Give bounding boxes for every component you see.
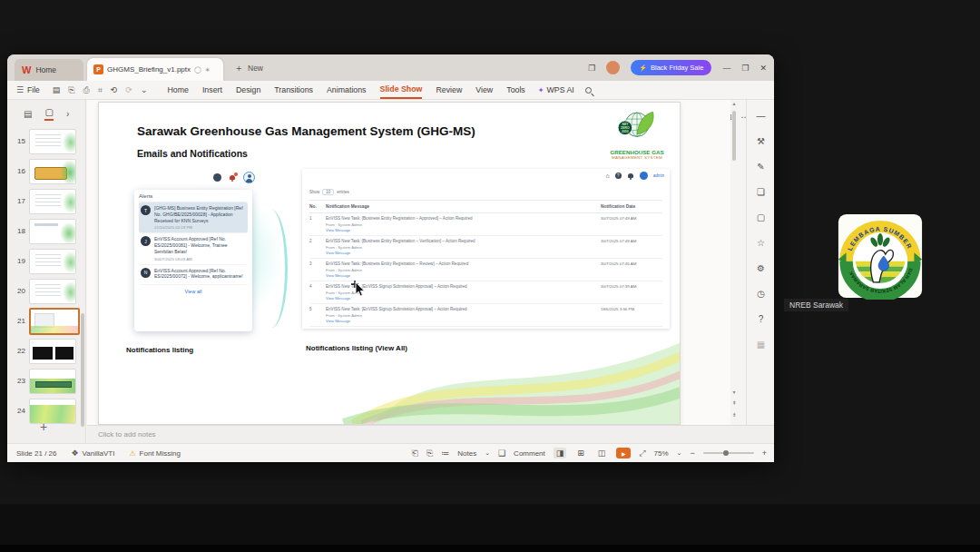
- zoom-in-icon[interactable]: +: [762, 448, 767, 458]
- slideshow-play-button[interactable]: ▶: [616, 448, 631, 458]
- edit-style-icon[interactable]: ✎: [747, 162, 775, 172]
- tools-icon[interactable]: ⚒: [747, 136, 775, 146]
- notes-icon[interactable]: ≔: [441, 448, 449, 458]
- help-rail-icon[interactable]: ?: [747, 314, 775, 324]
- comment-icon[interactable]: ❑: [498, 448, 505, 458]
- canvas-scrollbar[interactable]: ▴ ▾ ⇞ ⇟: [730, 100, 738, 425]
- file-menu[interactable]: ☰ File: [16, 85, 40, 94]
- previous-slide-icon[interactable]: ⇞: [730, 399, 738, 406]
- alerts-list: T [GHG-MS] Business Entity Registration …: [139, 202, 248, 285]
- slide-21[interactable]: Sarawak Greenhouse Gas Management System…: [98, 102, 681, 425]
- ribbon-tab[interactable]: Animations: [327, 81, 367, 99]
- add-slide-button[interactable]: +: [40, 419, 47, 434]
- slide-thumbnail[interactable]: [29, 189, 76, 214]
- doc-modified-icon[interactable]: ∗: [205, 66, 211, 74]
- slide-thumbnail[interactable]: [29, 399, 76, 424]
- export-icon[interactable]: ⎘: [68, 85, 74, 95]
- user-avatar[interactable]: [606, 61, 620, 74]
- reading-view-icon[interactable]: ◫: [595, 448, 609, 458]
- slide-thumbnail[interactable]: [29, 249, 76, 274]
- scroll-down-icon[interactable]: ▾: [730, 389, 738, 395]
- zoom-level[interactable]: 75%: [654, 449, 669, 458]
- ribbon-tab[interactable]: Review: [436, 81, 462, 99]
- comment-panel-icon[interactable]: ▢: [747, 212, 775, 222]
- apps-grid-icon[interactable]: ▦: [747, 340, 775, 350]
- slide-thumbnail-row[interactable]: 21: [7, 306, 85, 336]
- notes-toggle[interactable]: Notes: [457, 449, 476, 458]
- zoom-chevron-icon[interactable]: ⌄: [677, 449, 682, 457]
- slide-thumbnail[interactable]: [29, 308, 80, 335]
- slide-thumbnail-row[interactable]: 16: [7, 156, 85, 186]
- doc-sync-icon[interactable]: ◯: [194, 66, 201, 74]
- slide-thumbnail[interactable]: [29, 219, 76, 244]
- slide-thumbnail[interactable]: [29, 369, 76, 394]
- redo-icon[interactable]: ⟳: [125, 85, 132, 94]
- font-missing-label: Font Missing: [140, 449, 181, 458]
- print-icon[interactable]: ⎙: [83, 85, 90, 95]
- zoom-slider[interactable]: [703, 452, 754, 454]
- task-window-icon[interactable]: ⎗: [412, 448, 418, 458]
- promo-label: Black Friday Sale: [651, 64, 703, 72]
- ribbon-tab[interactable]: Transitions: [274, 81, 313, 99]
- ribbon-tab[interactable]: View: [475, 81, 493, 99]
- search-icon[interactable]: [585, 87, 592, 94]
- minimize-button[interactable]: —: [722, 64, 730, 73]
- save-icon[interactable]: ▤: [53, 85, 61, 94]
- qat-more-icon[interactable]: ⌄: [141, 85, 148, 94]
- new-tab-button[interactable]: ＋ New: [234, 62, 263, 74]
- alert-timestamp: 21/10/2025 02:19 PM: [154, 225, 246, 230]
- alerts-header: Alerts: [139, 193, 248, 202]
- theme-indicator[interactable]: ❖ VanillaVTI: [71, 448, 114, 458]
- slide-thumbnail-row[interactable]: 19: [7, 246, 85, 276]
- ribbon-tab[interactable]: Tools: [506, 81, 525, 99]
- slide-view-icon[interactable]: ▢: [44, 107, 53, 121]
- slide-thumbnail-row[interactable]: 20: [7, 276, 85, 306]
- tab-list-icon[interactable]: ❐: [588, 64, 595, 73]
- ribbon-tab[interactable]: Home: [167, 81, 188, 99]
- fullscreen-icon[interactable]: ⤢: [639, 448, 645, 458]
- notification-date: 30/7/2025 07:49 AM: [601, 216, 662, 232]
- slide-thumbnail[interactable]: [29, 279, 76, 304]
- preview-icon[interactable]: ⌗: [98, 85, 103, 95]
- document-tab[interactable]: P GHGMS_Briefing_v1.pptx ◯ ∗: [87, 58, 223, 81]
- next-slide-icon[interactable]: ⇟: [730, 411, 738, 418]
- ribbon-tab[interactable]: Design: [236, 81, 260, 99]
- slide-thumbnail[interactable]: [29, 129, 76, 154]
- scroll-up-icon[interactable]: ▴: [730, 100, 738, 106]
- ribbon-tab[interactable]: Slide Show: [380, 81, 423, 99]
- notes-input[interactable]: Click to add notes: [87, 425, 774, 443]
- font-missing-warning[interactable]: ⚠ Font Missing: [129, 449, 181, 458]
- slide-thumbnail-row[interactable]: 18: [7, 216, 85, 246]
- export-pane-icon[interactable]: ⎘: [426, 448, 433, 458]
- zoom-out-icon[interactable]: −: [690, 448, 694, 458]
- undo-icon[interactable]: ⟲: [111, 85, 118, 94]
- outline-view-icon[interactable]: ▤: [24, 109, 32, 119]
- wps-ai-button[interactable]: ✦ WPS AI: [538, 85, 574, 94]
- history-icon[interactable]: ◷: [747, 289, 775, 299]
- zoom-slider-handle[interactable]: [723, 450, 729, 456]
- slide-thumbnail-row[interactable]: 23: [7, 366, 85, 396]
- slide-thumbnail-row[interactable]: 15: [7, 126, 85, 156]
- panel-expand-icon[interactable]: ›: [66, 109, 69, 119]
- slide-thumbnail-row[interactable]: 17: [7, 186, 85, 216]
- close-button[interactable]: ✕: [760, 64, 767, 73]
- slide-number: 22: [7, 347, 29, 355]
- thumbnail-scrollbar[interactable]: [81, 313, 84, 427]
- lightning-icon: ⚡: [639, 64, 647, 72]
- slide-thumbnail-row[interactable]: 22: [7, 336, 85, 366]
- normal-view-icon[interactable]: ◨: [554, 448, 567, 458]
- slide-sorter-icon[interactable]: ⊞: [574, 448, 587, 458]
- collapse-rail-icon[interactable]: —: [747, 111, 775, 121]
- black-friday-sale-button[interactable]: ⚡ Black Friday Sale: [631, 60, 711, 75]
- settings-icon[interactable]: ⚙: [747, 263, 775, 273]
- shapes-icon[interactable]: ❏: [747, 187, 775, 197]
- maximize-button[interactable]: ❐: [741, 64, 749, 73]
- favorites-icon[interactable]: ☆: [747, 238, 775, 248]
- slide-thumbnail[interactable]: [29, 159, 76, 184]
- notes-chevron-icon[interactable]: ⌄: [485, 449, 490, 457]
- slide-thumbnail[interactable]: [29, 339, 76, 364]
- ribbon-tab[interactable]: Insert: [202, 81, 222, 99]
- scrollbar-thumb[interactable]: [732, 111, 736, 161]
- wps-home-tab[interactable]: W Home: [15, 59, 83, 81]
- comment-button[interactable]: Comment: [514, 449, 545, 458]
